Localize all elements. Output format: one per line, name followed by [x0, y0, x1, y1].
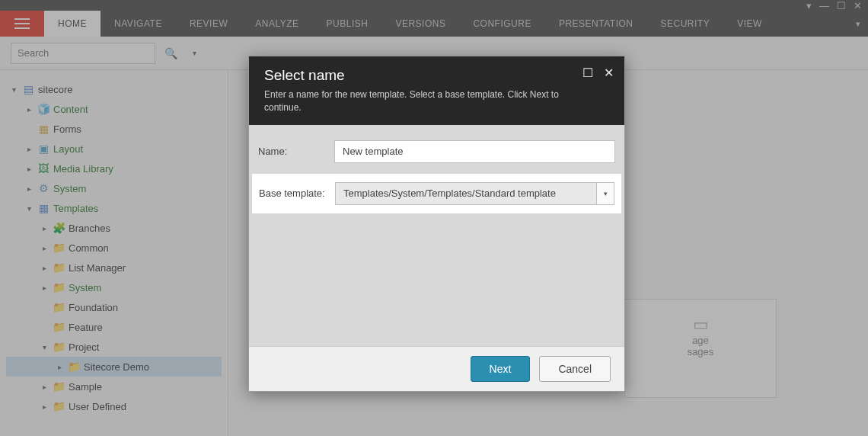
- dialog-title: Select name: [264, 67, 609, 84]
- dialog-header: Select name Enter a name for the new tem…: [249, 56, 624, 125]
- close-dialog-icon[interactable]: ✕: [604, 66, 614, 80]
- chevron-down-icon[interactable]: ▾: [596, 182, 614, 205]
- next-button[interactable]: Next: [471, 356, 531, 382]
- base-template-label: Base template:: [259, 188, 335, 199]
- form-row-name: Name:: [258, 140, 615, 163]
- dialog-footer: Next Cancel: [249, 346, 624, 391]
- base-template-select[interactable]: ▾: [335, 182, 614, 205]
- cancel-button[interactable]: Cancel: [539, 356, 611, 382]
- dialog-body: Name: Base template: ▾: [249, 125, 624, 346]
- select-name-dialog: Select name Enter a name for the new tem…: [248, 56, 625, 392]
- name-input[interactable]: [334, 140, 615, 163]
- base-template-input[interactable]: [335, 182, 596, 205]
- maximize-dialog-icon[interactable]: ☐: [582, 66, 593, 80]
- name-label: Name:: [258, 146, 334, 157]
- form-row-base-template: Base template: ▾: [252, 174, 621, 213]
- dialog-subtitle: Enter a name for the new template. Selec…: [264, 88, 569, 114]
